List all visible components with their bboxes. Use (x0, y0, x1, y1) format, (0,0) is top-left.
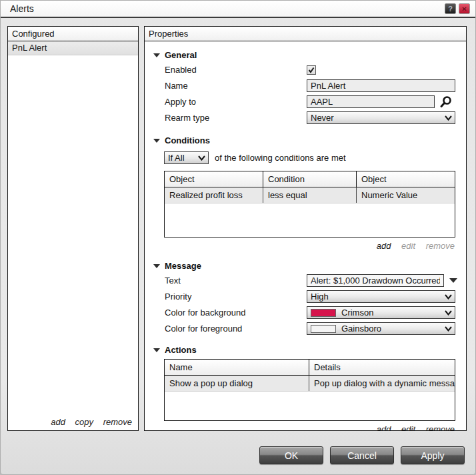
configured-panel: Configured PnL Alert add copy remove (7, 26, 139, 431)
chevron-down-icon (445, 326, 452, 332)
cancel-button[interactable]: Cancel (330, 446, 394, 464)
title-bar: Alerts ? ✕ (1, 1, 476, 18)
apply-to-input[interactable] (307, 95, 435, 108)
close-icon[interactable]: ✕ (459, 3, 470, 14)
actions-col-details: Details (309, 360, 455, 375)
background-color-swatch (311, 309, 336, 317)
message-text-label: Text (165, 276, 307, 286)
section-general[interactable]: General (153, 50, 466, 60)
priority-select[interactable]: High (307, 290, 455, 303)
color-foreground-label: Color for foreground (165, 324, 307, 334)
rearm-type-label: Rearm type (165, 113, 307, 123)
configured-remove-link[interactable]: remove (103, 417, 132, 427)
collapse-triangle-icon (153, 264, 160, 268)
name-input[interactable] (307, 79, 455, 92)
section-actions-title: Actions (165, 345, 197, 355)
section-conditions-title: Conditions (165, 135, 210, 145)
apply-to-label: Apply to (165, 97, 307, 107)
search-icon[interactable] (439, 95, 453, 109)
condition-match-select[interactable]: If All (164, 151, 209, 164)
configured-header: Configured (8, 27, 138, 41)
message-text-dropdown-icon[interactable] (449, 278, 457, 283)
ok-button[interactable]: OK (259, 446, 323, 464)
section-conditions[interactable]: Conditions (153, 135, 466, 145)
message-text-input[interactable] (307, 274, 444, 287)
collapse-triangle-icon (153, 348, 160, 352)
list-item-pnl-alert[interactable]: PnL Alert (8, 41, 138, 55)
help-icon[interactable]: ? (445, 3, 456, 14)
color-background-label: Color for background (165, 308, 307, 318)
actions-table-row[interactable]: Show a pop up dialog Pop up dialog with … (165, 376, 455, 392)
foreground-color-swatch (311, 325, 336, 333)
enabled-checkbox[interactable] (307, 65, 316, 75)
properties-header: Properties (145, 27, 466, 41)
conditions-table: Object Condition Object Realized profit … (164, 171, 455, 238)
section-general-title: General (165, 50, 197, 60)
section-message[interactable]: Message (153, 261, 466, 271)
collapse-triangle-icon (153, 53, 160, 57)
properties-panel: Properties General Enabled Name Apply (144, 26, 467, 431)
conditions-add-link[interactable]: add (377, 241, 391, 251)
chevron-down-icon (445, 310, 452, 316)
conditions-edit-link[interactable]: edit (401, 241, 415, 251)
collapse-triangle-icon (153, 139, 160, 143)
enabled-label: Enabled (165, 65, 307, 75)
apply-button[interactable]: Apply (401, 446, 465, 464)
conditions-col-object2: Object (357, 171, 455, 187)
conditions-table-row[interactable]: Realized profit loss less equal Numeric … (165, 187, 455, 203)
conditions-remove-link[interactable]: remove (426, 241, 455, 251)
configured-copy-link[interactable]: copy (75, 417, 93, 427)
chevron-down-icon (445, 115, 452, 121)
actions-table: Name Details Show a pop up dialog Pop up… (164, 359, 455, 421)
alerts-dialog: Alerts ? ✕ Configured PnL Alert add copy… (0, 0, 476, 475)
window-title: Alerts (10, 3, 34, 14)
actions-edit-link[interactable]: edit (401, 424, 415, 431)
conditions-col-object1: Object (165, 171, 263, 187)
chevron-down-icon (445, 294, 452, 300)
configured-add-link[interactable]: add (51, 417, 65, 427)
conditions-met-text: of the following conditions are met (215, 153, 346, 163)
color-foreground-select[interactable]: Gainsboro (307, 322, 455, 335)
conditions-col-condition: Condition (263, 171, 357, 187)
actions-add-link[interactable]: add (377, 424, 391, 431)
rearm-type-select[interactable]: Never (307, 111, 455, 124)
section-message-title: Message (165, 261, 201, 271)
chevron-down-icon (198, 155, 205, 161)
check-icon (308, 67, 315, 73)
section-actions[interactable]: Actions (153, 345, 466, 355)
name-label: Name (165, 81, 307, 91)
actions-remove-link[interactable]: remove (426, 424, 455, 431)
priority-label: Priority (165, 292, 307, 302)
color-background-select[interactable]: Crimson (307, 306, 455, 319)
actions-col-name: Name (165, 360, 309, 375)
